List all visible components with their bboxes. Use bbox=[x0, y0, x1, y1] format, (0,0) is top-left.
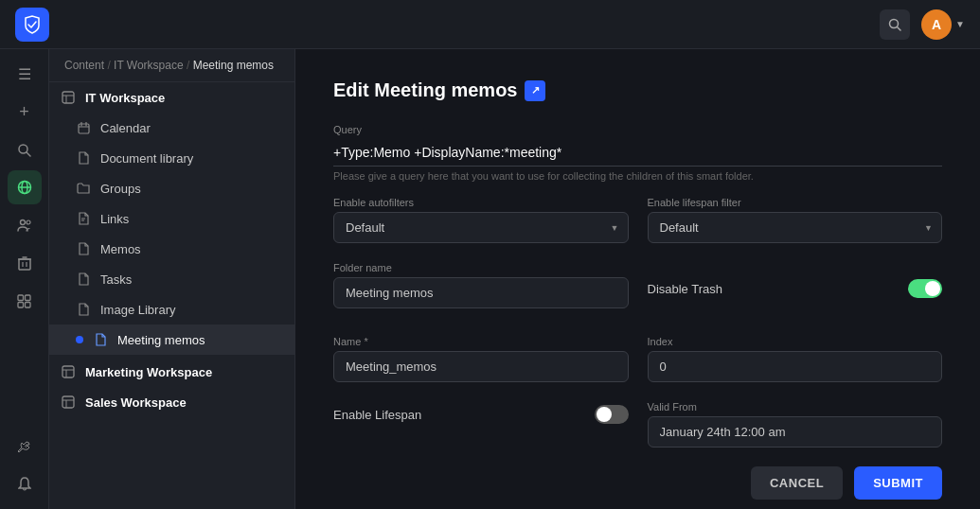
autofilters-select-wrapper: Default Yes No bbox=[333, 212, 629, 243]
index-field: Index bbox=[648, 336, 943, 382]
tree-item-label: Tasks bbox=[100, 272, 132, 287]
globe-icon-button[interactable] bbox=[8, 170, 42, 204]
submit-button[interactable]: SUBMIT bbox=[854, 466, 942, 500]
tree-item-memos[interactable]: Memos bbox=[49, 234, 294, 264]
tree-item-tasks[interactable]: Tasks bbox=[49, 264, 294, 294]
tree-item-calendar[interactable]: Calendar bbox=[49, 113, 294, 143]
tree-item-label: Links bbox=[100, 212, 129, 226]
search-icon-button[interactable] bbox=[8, 132, 42, 167]
svg-rect-15 bbox=[26, 295, 31, 301]
tree-item-marketing-workspace[interactable]: Marketing Workspace bbox=[49, 357, 294, 387]
search-button[interactable] bbox=[880, 9, 910, 40]
enable-lifespan-field: Enable Lifespan bbox=[333, 401, 629, 448]
user-menu[interactable]: A ▼ bbox=[921, 9, 965, 40]
tree-item-document-library[interactable]: Document library bbox=[49, 143, 294, 173]
query-field: Query Please give a query here that you … bbox=[333, 124, 942, 182]
title-text: Edit Meeting memos bbox=[333, 79, 517, 101]
workspace-icon bbox=[61, 90, 76, 105]
valid-from-label: Valid From bbox=[648, 401, 943, 412]
menu-toggle-button[interactable]: ☰ bbox=[8, 57, 42, 91]
edit-form-title: Edit Meeting memos ↗ bbox=[333, 79, 942, 101]
tree-item-meeting-memos[interactable]: Meeting memos bbox=[49, 325, 294, 355]
name-index-row: Name * Index bbox=[333, 336, 942, 382]
tree-item-label: Image Library bbox=[100, 303, 175, 317]
svg-rect-18 bbox=[62, 92, 74, 103]
tree-item-label: Marketing Workspace bbox=[85, 365, 212, 379]
valid-from-input[interactable] bbox=[648, 416, 943, 448]
avatar: A bbox=[921, 9, 952, 40]
tools-icon-button[interactable] bbox=[8, 430, 42, 464]
svg-rect-17 bbox=[26, 302, 31, 307]
tree-item-it-workspace[interactable]: IT Workspace bbox=[49, 82, 294, 113]
nav-left bbox=[15, 8, 49, 42]
active-indicator bbox=[76, 336, 83, 343]
tree-item-sales-workspace[interactable]: Sales Workspace bbox=[49, 387, 294, 417]
svg-rect-16 bbox=[18, 302, 24, 307]
lifespan-filter-select-wrapper: Default Yes No bbox=[648, 212, 943, 243]
folder-icon bbox=[76, 181, 91, 196]
breadcrumb: Content / IT Workspace / Meeting memos bbox=[49, 49, 294, 82]
nav-right: A ▼ bbox=[880, 9, 965, 40]
breadcrumb-content: Content / IT Workspace / Meeting memos bbox=[64, 59, 274, 72]
svg-rect-27 bbox=[62, 366, 74, 377]
lifespan-validfrom-row: Enable Lifespan Valid From bbox=[333, 401, 942, 448]
autofilters-select[interactable]: Default Yes No bbox=[333, 212, 629, 243]
tasks-icon bbox=[76, 272, 91, 287]
tree-item-image-library[interactable]: Image Library bbox=[49, 294, 294, 325]
disable-trash-field: Disable Trash bbox=[648, 262, 943, 317]
lifespan-filter-label: Enable lifespan filter bbox=[648, 197, 943, 208]
bottom-actions: CANCEL SUBMIT bbox=[333, 466, 942, 500]
enable-lifespan-row: Enable Lifespan bbox=[333, 405, 629, 424]
enable-lifespan-toggle[interactable] bbox=[595, 405, 629, 424]
query-label: Query bbox=[333, 124, 942, 135]
svg-rect-21 bbox=[79, 124, 89, 133]
marketing-workspace-icon bbox=[61, 364, 76, 379]
enable-autofilters-field: Enable autofilters Default Yes No bbox=[333, 197, 629, 243]
trash-icon-button[interactable] bbox=[8, 246, 42, 280]
folder-name-label: Folder name bbox=[333, 262, 629, 273]
lifespan-filter-select[interactable]: Default Yes No bbox=[648, 212, 943, 243]
grid-icon-button[interactable] bbox=[8, 284, 42, 318]
cancel-button[interactable]: CANCEL bbox=[751, 466, 843, 500]
chevron-down-icon: ▼ bbox=[955, 19, 965, 29]
content-area: Edit Meeting memos ↗ Query Please give a… bbox=[295, 49, 980, 509]
svg-rect-9 bbox=[19, 259, 30, 270]
disable-trash-label: Disable Trash bbox=[648, 282, 722, 296]
folder-trash-row: Folder name Disable Trash bbox=[333, 262, 942, 317]
name-label: Name * bbox=[333, 336, 629, 347]
app-logo[interactable] bbox=[15, 8, 49, 42]
svg-rect-14 bbox=[18, 295, 24, 301]
image-library-icon bbox=[76, 302, 91, 317]
tree-item-groups[interactable]: Groups bbox=[49, 173, 294, 203]
memos-icon bbox=[76, 241, 91, 256]
svg-line-3 bbox=[27, 152, 30, 156]
dropdowns-row: Enable autofilters Default Yes No Enable… bbox=[333, 197, 942, 243]
valid-from-field: Valid From bbox=[648, 401, 943, 448]
enable-lifespan-filter-field: Enable lifespan filter Default Yes No bbox=[648, 197, 943, 243]
query-input[interactable] bbox=[333, 139, 942, 167]
svg-line-1 bbox=[898, 26, 901, 30]
folder-name-input[interactable] bbox=[333, 277, 629, 308]
svg-rect-30 bbox=[62, 396, 74, 408]
icon-sidebar: ☰ + bbox=[0, 49, 49, 509]
svg-point-8 bbox=[27, 220, 30, 224]
add-button[interactable]: + bbox=[8, 95, 42, 129]
tree-item-label: Sales Workspace bbox=[85, 395, 187, 410]
name-field: Name * bbox=[333, 336, 629, 382]
external-link-icon[interactable]: ↗ bbox=[525, 80, 545, 101]
bell-icon-button[interactable] bbox=[8, 467, 42, 501]
tree-item-links[interactable]: Links bbox=[49, 203, 294, 234]
tree-item-label: Meeting memos bbox=[117, 333, 205, 347]
autofilters-label: Enable autofilters bbox=[333, 197, 629, 208]
smart-folder-icon bbox=[93, 332, 108, 347]
tree-sidebar: Content / IT Workspace / Meeting memos I… bbox=[49, 49, 295, 509]
people-icon-button[interactable] bbox=[8, 208, 42, 242]
svg-point-7 bbox=[20, 220, 25, 225]
index-input[interactable] bbox=[648, 351, 943, 382]
name-input[interactable] bbox=[333, 351, 629, 382]
enable-lifespan-label: Enable Lifespan bbox=[333, 408, 421, 422]
disable-trash-toggle[interactable] bbox=[908, 279, 942, 298]
top-nav: A ▼ bbox=[0, 0, 980, 49]
main-layout: ☰ + bbox=[0, 49, 980, 509]
sales-workspace-icon bbox=[61, 395, 76, 410]
